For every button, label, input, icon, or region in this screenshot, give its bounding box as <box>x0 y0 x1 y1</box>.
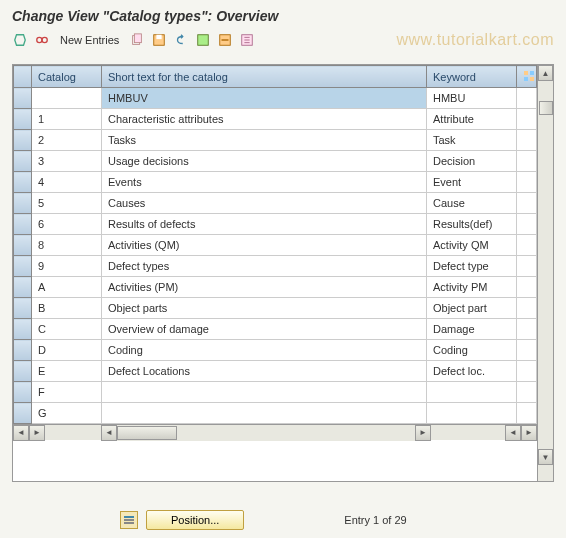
row-selector[interactable] <box>14 193 32 214</box>
cell-catalog[interactable]: G <box>32 403 102 424</box>
position-icon[interactable] <box>120 511 138 529</box>
hscroll-track[interactable] <box>117 425 415 441</box>
cell-shorttext[interactable]: Coding <box>102 340 427 361</box>
row-selector[interactable] <box>14 151 32 172</box>
row-selector[interactable] <box>14 130 32 151</box>
hscroll-right3-icon[interactable]: ► <box>521 425 537 441</box>
column-header-catalog[interactable]: Catalog <box>32 66 102 88</box>
row-selector[interactable] <box>14 319 32 340</box>
hscroll-left2-icon[interactable]: ◄ <box>101 425 117 441</box>
select-all-icon[interactable] <box>195 32 211 48</box>
table-row[interactable]: 8 Activities (QM) Activity QM <box>14 235 537 256</box>
table-row[interactable]: C Overview of damage Damage <box>14 319 537 340</box>
row-selector-header[interactable] <box>14 66 32 88</box>
column-config-icon[interactable] <box>517 66 537 88</box>
row-selector[interactable] <box>14 172 32 193</box>
cell-shorttext[interactable]: Overview of damage <box>102 319 427 340</box>
cell-shorttext[interactable]: Usage decisions <box>102 151 427 172</box>
row-selector[interactable] <box>14 361 32 382</box>
cell-catalog[interactable]: 5 <box>32 193 102 214</box>
cell-shorttext[interactable] <box>102 403 427 424</box>
table-row[interactable]: 3 Usage decisions Decision <box>14 151 537 172</box>
cell-shorttext[interactable]: Defect types <box>102 256 427 277</box>
cell-keyword[interactable]: Defect loc. <box>427 361 517 382</box>
hscroll-thumb[interactable] <box>117 426 177 440</box>
cell-catalog[interactable]: C <box>32 319 102 340</box>
vscroll-up-icon[interactable]: ▲ <box>538 65 553 81</box>
row-selector[interactable] <box>14 109 32 130</box>
table-row[interactable]: 1 Characteristic attributes Attribute <box>14 109 537 130</box>
deselect-icon[interactable] <box>217 32 233 48</box>
cell-keyword[interactable]: Event <box>427 172 517 193</box>
cell-shorttext[interactable]: Causes <box>102 193 427 214</box>
position-button[interactable]: Position... <box>146 510 244 530</box>
cell-catalog[interactable]: 3 <box>32 151 102 172</box>
row-selector[interactable] <box>14 403 32 424</box>
cell-shorttext[interactable]: Activities (QM) <box>102 235 427 256</box>
cell-keyword[interactable]: Defect type <box>427 256 517 277</box>
cell-keyword[interactable] <box>427 403 517 424</box>
cell-catalog[interactable]: A <box>32 277 102 298</box>
row-selector[interactable] <box>14 256 32 277</box>
row-selector[interactable] <box>14 382 32 403</box>
cell-keyword[interactable]: Object part <box>427 298 517 319</box>
cell-catalog[interactable]: D <box>32 340 102 361</box>
cell-shorttext[interactable]: Characteristic attributes <box>102 109 427 130</box>
table-row[interactable]: 9 Defect types Defect type <box>14 256 537 277</box>
cell-catalog[interactable]: 2 <box>32 130 102 151</box>
expand-icon[interactable] <box>12 32 28 48</box>
cell-shorttext[interactable] <box>102 382 427 403</box>
table-row[interactable]: E Defect Locations Defect loc. <box>14 361 537 382</box>
table-row[interactable]: 4 Events Event <box>14 172 537 193</box>
table-row[interactable]: HMBUV HMBU <box>14 88 537 109</box>
cell-keyword[interactable]: Results(def) <box>427 214 517 235</box>
cell-keyword[interactable]: HMBU <box>427 88 517 109</box>
row-selector[interactable] <box>14 298 32 319</box>
table-row[interactable]: B Object parts Object part <box>14 298 537 319</box>
cell-shorttext[interactable]: Defect Locations <box>102 361 427 382</box>
cell-catalog[interactable]: 6 <box>32 214 102 235</box>
table-row[interactable]: 5 Causes Cause <box>14 193 537 214</box>
delimit-icon[interactable] <box>239 32 255 48</box>
glasses-icon[interactable] <box>34 32 50 48</box>
cell-keyword[interactable]: Decision <box>427 151 517 172</box>
table-row[interactable]: 6 Results of defects Results(def) <box>14 214 537 235</box>
undo-icon[interactable] <box>173 32 189 48</box>
table-row[interactable]: F <box>14 382 537 403</box>
cell-keyword[interactable]: Coding <box>427 340 517 361</box>
cell-shorttext[interactable]: Results of defects <box>102 214 427 235</box>
hscroll-right2-icon[interactable]: ► <box>415 425 431 441</box>
new-entries-button[interactable]: New Entries <box>56 34 123 46</box>
table-row[interactable]: G <box>14 403 537 424</box>
copy-icon[interactable] <box>129 32 145 48</box>
table-row[interactable]: 2 Tasks Task <box>14 130 537 151</box>
cell-keyword[interactable]: Damage <box>427 319 517 340</box>
cell-catalog[interactable]: 1 <box>32 109 102 130</box>
cell-catalog[interactable]: 4 <box>32 172 102 193</box>
cell-keyword[interactable]: Activity QM <box>427 235 517 256</box>
hscroll-left3-icon[interactable]: ◄ <box>505 425 521 441</box>
cell-keyword[interactable]: Task <box>427 130 517 151</box>
cell-shorttext[interactable]: Events <box>102 172 427 193</box>
cell-keyword[interactable]: Cause <box>427 193 517 214</box>
row-selector[interactable] <box>14 88 32 109</box>
row-selector[interactable] <box>14 277 32 298</box>
cell-keyword[interactable]: Activity PM <box>427 277 517 298</box>
cell-catalog[interactable]: B <box>32 298 102 319</box>
cell-shorttext[interactable]: Activities (PM) <box>102 277 427 298</box>
column-header-shorttext[interactable]: Short text for the catalog <box>102 66 427 88</box>
hscroll-right-icon[interactable]: ► <box>29 425 45 441</box>
row-selector[interactable] <box>14 214 32 235</box>
cell-shorttext[interactable]: Object parts <box>102 298 427 319</box>
cell-catalog[interactable]: 8 <box>32 235 102 256</box>
save-icon[interactable] <box>151 32 167 48</box>
cell-catalog[interactable]: E <box>32 361 102 382</box>
vscroll-down-icon[interactable]: ▼ <box>538 449 553 465</box>
vscroll-thumb[interactable] <box>539 101 553 115</box>
table-row[interactable]: D Coding Coding <box>14 340 537 361</box>
row-selector[interactable] <box>14 340 32 361</box>
cell-catalog[interactable]: F <box>32 382 102 403</box>
cell-catalog[interactable] <box>32 88 102 109</box>
cell-shorttext[interactable]: HMBUV <box>102 88 427 109</box>
cell-shorttext[interactable]: Tasks <box>102 130 427 151</box>
